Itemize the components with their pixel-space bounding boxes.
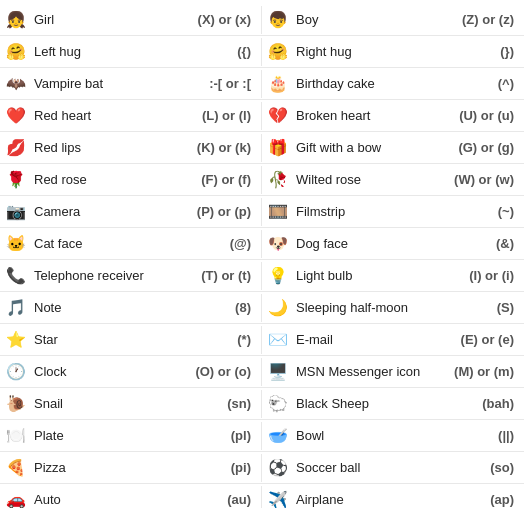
left-cell: 🍕Pizza(pi) — [0, 454, 262, 482]
shortcut: (&) — [440, 236, 520, 251]
right-cell: 💔Broken heart(U) or (u) — [262, 102, 524, 130]
item-name: Wilted rose — [296, 172, 440, 187]
emoji-table: 👧Girl(X) or (x)👦Boy(Z) or (z)🤗Left hug({… — [0, 0, 524, 508]
right-cell: 🎂Birthday cake(^) — [262, 70, 524, 98]
table-row: 🦇Vampire bat:-[ or :[🎂Birthday cake(^) — [0, 68, 524, 100]
item-name: E-mail — [296, 332, 440, 347]
emoji-icon: 🎂 — [266, 72, 290, 96]
right-cell: 🥣Bowl(||) — [262, 422, 524, 450]
shortcut: (S) — [440, 300, 520, 315]
item-name: Light bulb — [296, 268, 440, 283]
table-row: 🤗Left hug({)🤗Right hug(}) — [0, 36, 524, 68]
shortcut: (O) or (o) — [177, 364, 257, 379]
table-row: 🐌Snail(sn)🐑Black Sheep(bah) — [0, 388, 524, 420]
shortcut: (@) — [177, 236, 257, 251]
emoji-icon: 🤗 — [4, 40, 28, 64]
item-name: Broken heart — [296, 108, 440, 123]
item-name: Snail — [34, 396, 177, 411]
right-cell: 🐑Black Sheep(bah) — [262, 390, 524, 418]
emoji-icon: 🥀 — [266, 168, 290, 192]
emoji-icon: 🎁 — [266, 136, 290, 160]
item-name: Plate — [34, 428, 177, 443]
item-name: Red rose — [34, 172, 177, 187]
emoji-icon: 🤗 — [266, 40, 290, 64]
emoji-icon: ❤️ — [4, 104, 28, 128]
emoji-icon: 👧 — [4, 8, 28, 32]
right-cell: 🎁Gift with a bow(G) or (g) — [262, 134, 524, 162]
table-row: ⭐Star(*)✉️E-mail(E) or (e) — [0, 324, 524, 356]
shortcut: (E) or (e) — [440, 332, 520, 347]
item-name: Cat face — [34, 236, 177, 251]
emoji-icon: 💡 — [266, 264, 290, 288]
emoji-icon: 🕐 — [4, 360, 28, 384]
right-cell: 🖥️MSN Messenger icon(M) or (m) — [262, 358, 524, 386]
shortcut: (pl) — [177, 428, 257, 443]
right-cell: 🌙Sleeping half-moon(S) — [262, 294, 524, 322]
shortcut: (~) — [440, 204, 520, 219]
left-cell: 🦇Vampire bat:-[ or :[ — [0, 70, 262, 98]
shortcut: (W) or (w) — [440, 172, 520, 187]
right-cell: 🥀Wilted rose(W) or (w) — [262, 166, 524, 194]
emoji-icon: 🍽️ — [4, 424, 28, 448]
shortcut: (T) or (t) — [177, 268, 257, 283]
item-name: Camera — [34, 204, 177, 219]
item-name: Red lips — [34, 140, 177, 155]
left-cell: 🐱Cat face(@) — [0, 230, 262, 258]
shortcut: (ap) — [440, 492, 520, 507]
emoji-icon: 🖥️ — [266, 360, 290, 384]
shortcut: :-[ or :[ — [177, 76, 257, 91]
emoji-icon: ⚽ — [266, 456, 290, 480]
emoji-icon: 🐌 — [4, 392, 28, 416]
item-name: Bowl — [296, 428, 440, 443]
shortcut: ({) — [177, 44, 257, 59]
shortcut: (bah) — [440, 396, 520, 411]
item-name: Red heart — [34, 108, 177, 123]
shortcut: (pi) — [177, 460, 257, 475]
left-cell: ⭐Star(*) — [0, 326, 262, 354]
item-name: Soccer ball — [296, 460, 440, 475]
left-cell: 🚗Auto(au) — [0, 486, 262, 509]
item-name: Vampire bat — [34, 76, 177, 91]
item-name: Birthday cake — [296, 76, 440, 91]
right-cell: ✈️Airplane(ap) — [262, 486, 524, 509]
emoji-icon: 📷 — [4, 200, 28, 224]
item-name: Boy — [296, 12, 440, 27]
table-row: 📷Camera(P) or (p)🎞️Filmstrip(~) — [0, 196, 524, 228]
left-cell: 💋Red lips(K) or (k) — [0, 134, 262, 162]
emoji-icon: 🎞️ — [266, 200, 290, 224]
shortcut: (G) or (g) — [440, 140, 520, 155]
shortcut: (P) or (p) — [177, 204, 257, 219]
item-name: Auto — [34, 492, 177, 507]
emoji-icon: 🦇 — [4, 72, 28, 96]
left-cell: 👧Girl(X) or (x) — [0, 6, 262, 34]
shortcut: (I) or (i) — [440, 268, 520, 283]
item-name: Telephone receiver — [34, 268, 177, 283]
emoji-icon: ✉️ — [266, 328, 290, 352]
emoji-icon: 🐶 — [266, 232, 290, 256]
table-row: ❤️Red heart(L) or (l)💔Broken heart(U) or… — [0, 100, 524, 132]
shortcut: (U) or (u) — [440, 108, 520, 123]
table-row: 💋Red lips(K) or (k)🎁Gift with a bow(G) o… — [0, 132, 524, 164]
item-name: Gift with a bow — [296, 140, 440, 155]
shortcut: (Z) or (z) — [440, 12, 520, 27]
shortcut: (F) or (f) — [177, 172, 257, 187]
table-row: 🍽️Plate(pl)🥣Bowl(||) — [0, 420, 524, 452]
shortcut: (M) or (m) — [440, 364, 520, 379]
item-name: Filmstrip — [296, 204, 440, 219]
table-row: 🕐Clock(O) or (o)🖥️MSN Messenger icon(M) … — [0, 356, 524, 388]
item-name: Note — [34, 300, 177, 315]
shortcut: (||) — [440, 428, 520, 443]
emoji-icon: 💔 — [266, 104, 290, 128]
shortcut: (^) — [440, 76, 520, 91]
shortcut: (so) — [440, 460, 520, 475]
emoji-icon: 📞 — [4, 264, 28, 288]
item-name: Airplane — [296, 492, 440, 507]
shortcut: (X) or (x) — [177, 12, 257, 27]
right-cell: 👦Boy(Z) or (z) — [262, 6, 524, 34]
item-name: Pizza — [34, 460, 177, 475]
left-cell: 🐌Snail(sn) — [0, 390, 262, 418]
table-row: 📞Telephone receiver(T) or (t)💡Light bulb… — [0, 260, 524, 292]
table-row: 🎵Note(8)🌙Sleeping half-moon(S) — [0, 292, 524, 324]
item-name: Girl — [34, 12, 177, 27]
emoji-icon: 🥣 — [266, 424, 290, 448]
